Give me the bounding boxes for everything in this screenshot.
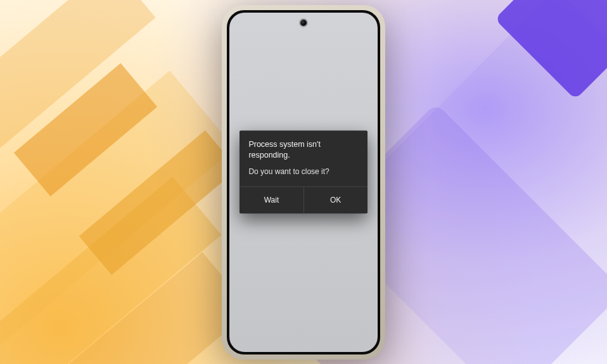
dialog-actions: Wait OK	[240, 187, 367, 213]
front-camera-icon	[300, 20, 307, 26]
ok-button[interactable]: OK	[304, 187, 367, 213]
dialog-body: Process system isn't responding. Do you …	[240, 130, 367, 186]
phone-bezel: Process system isn't responding. Do you …	[227, 10, 380, 355]
dialog-title: Process system isn't responding.	[248, 139, 358, 161]
phone-mockup: Process system isn't responding. Do you …	[222, 5, 385, 360]
wait-button[interactable]: Wait	[240, 187, 303, 213]
phone-screen: Process system isn't responding. Do you …	[229, 13, 378, 352]
anr-dialog: Process system isn't responding. Do you …	[240, 130, 367, 213]
phone-frame: Process system isn't responding. Do you …	[222, 5, 385, 360]
dialog-message: Do you want to close it?	[248, 167, 358, 176]
canvas: Process system isn't responding. Do you …	[0, 0, 607, 364]
